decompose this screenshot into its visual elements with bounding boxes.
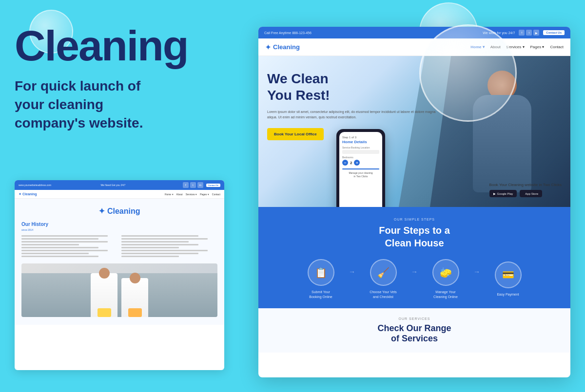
mp-phone-form-label: Service Booking Location <box>342 146 379 149</box>
mp-google-play-icon: ▶ <box>493 192 496 195</box>
small-text-col-1 <box>21 235 117 259</box>
small-text-line <box>121 253 198 254</box>
small-text-line <box>21 241 108 243</box>
small-nav-about[interactable]: About <box>176 193 183 196</box>
mp-step-2-label: Choose Your Vetsand Checklist <box>370 290 397 299</box>
small-logo-text: Cleaning <box>22 192 37 196</box>
small-text-line <box>121 241 189 243</box>
mp-phone-header: Step 1 of 3 <box>342 136 379 139</box>
small-text-line <box>21 256 98 257</box>
mp-step-2: 🧹 Choose Your Vetsand Checklist <box>356 259 410 299</box>
small-nav-services[interactable]: Services ▾ <box>186 193 197 196</box>
mp-hero: We CleanYou Rest! Lorem ipsum dolor sit … <box>258 56 570 207</box>
mp-steps-title: Four Steps to aClean House <box>268 224 561 249</box>
mp-steps-section: Our Simple Steps Four Steps to aClean Ho… <box>258 207 570 308</box>
mp-topbar: Call Free Anytime 888-123-456 We work fo… <box>258 27 570 38</box>
mp-step-3: 🧽 Manage YourCleaning Online <box>419 259 472 299</box>
mp-google-play-badge[interactable]: ▶ Google Play <box>489 190 517 197</box>
small-text-line <box>21 244 79 245</box>
mp-nav-logo: ✦ Cleaning <box>265 43 300 51</box>
small-text-line <box>121 244 198 245</box>
mp-step-4-icon: 💳 <box>495 261 522 288</box>
mp-step-arrow-3: → <box>473 268 480 276</box>
mp-phone-minus-btn[interactable]: − <box>342 160 348 166</box>
mp-fb-icon[interactable]: f <box>519 30 525 36</box>
small-text-line <box>121 256 179 257</box>
small-tw-icon: t <box>190 182 196 188</box>
small-preview-image <box>21 263 217 317</box>
small-topbar-btn[interactable]: Contact Us <box>206 184 220 187</box>
mp-yt-icon[interactable]: ▶ <box>533 30 539 36</box>
small-text-line <box>21 253 89 254</box>
mp-phone-form-input[interactable] <box>342 150 379 154</box>
mp-nav-links: Home ▾ About Services ▾ Pages ▾ Contact <box>470 45 564 49</box>
mp-hero-cta-btn[interactable]: Book Your Local Office <box>267 128 324 140</box>
small-nav-contact[interactable]: Contact <box>212 193 220 196</box>
small-text-col-2 <box>121 235 217 259</box>
mp-nav-services[interactable]: Services ▾ <box>507 45 525 49</box>
mp-bottom-section: Our Services Check Our Rangeof Services <box>258 308 570 353</box>
small-nav-logo: ✦ Cleaning <box>19 192 37 196</box>
small-nav-links: Home ▾ About Services ▾ Pages ▾ Contact <box>165 193 220 196</box>
small-text-line <box>121 250 208 251</box>
main-title: Cleaning <box>15 24 224 67</box>
small-text-line <box>21 235 108 237</box>
small-logo-full: ✦ Cleaning <box>21 206 217 216</box>
mp-step-4: 💳 Easy Payment <box>481 261 535 297</box>
mp-phone-stepper: − 2 + <box>342 160 379 166</box>
mp-nav-pages[interactable]: Pages ▾ <box>530 45 545 49</box>
mp-topbar-contact-btn[interactable]: Contact Us <box>543 30 565 35</box>
small-nav-pages[interactable]: Pages ▾ <box>200 193 209 196</box>
subtitle: For quick launch ofyour cleaningcompany'… <box>15 77 224 132</box>
mp-nav-home[interactable]: Home ▾ <box>470 45 484 49</box>
small-text-line <box>121 235 198 237</box>
mp-appstore-text: Book Your Cleaning website in Two Clicks <box>489 183 562 187</box>
mp-nav-contact[interactable]: Contact <box>550 45 564 49</box>
small-preview-people <box>21 273 217 317</box>
left-panel: Cleaning For quick launch ofyour cleanin… <box>15 24 224 147</box>
small-text-line <box>21 250 108 251</box>
small-preview: www.yourwebsiteaddress.com We Need Get y… <box>15 180 224 370</box>
small-text-cols <box>21 235 217 259</box>
small-preview-body: ✦ Cleaning Our History since 2014 <box>15 199 224 325</box>
mp-steps-row: 📋 Submit YourBooking Online → 🧹 Choose Y… <box>268 259 561 299</box>
mp-phone-desc: Manage your cleaningin Two Clicks <box>342 171 379 178</box>
small-topbar-left: www.yourwebsiteaddress.com <box>19 184 98 187</box>
mp-nav-about[interactable]: About <box>490 45 501 49</box>
small-logo-icon: ✦ <box>19 192 21 196</box>
small-nav-home[interactable]: Home ▾ <box>165 193 174 196</box>
mp-step-1: 📋 Submit YourBooking Online <box>294 259 348 299</box>
mp-topbar-left: Call Free Anytime 888-123-456 <box>264 31 479 35</box>
mp-topbar-phone: We work for you 24/7 <box>483 31 515 35</box>
mp-tw-icon[interactable]: t <box>526 30 532 36</box>
small-fb-icon: f <box>183 182 189 188</box>
mp-phone-plus-btn[interactable]: + <box>354 160 360 166</box>
mp-topbar-right: We work for you 24/7 f t ▶ Contact Us <box>483 30 565 36</box>
mp-bottom-label: Our Services <box>268 317 561 320</box>
mp-phone-bedrooms-label: Bedrooms <box>342 156 379 159</box>
mp-phone-screen: Step 1 of 3 Home Details Service Booking… <box>339 132 382 207</box>
mp-google-play-label: Google Play <box>497 192 513 195</box>
small-social-icons: f t in <box>183 182 203 188</box>
mp-steps-label: Our Simple Steps <box>268 218 561 221</box>
main-preview: Call Free Anytime 888-123-456 We work fo… <box>258 27 570 377</box>
mp-logo-icon: ✦ <box>265 43 271 51</box>
small-in-icon: in <box>197 182 203 188</box>
mp-appstore-badges: ▶ Google Play App Store <box>489 190 562 197</box>
mp-app-store-badge[interactable]: App Store <box>520 190 542 197</box>
mp-logo-text: Cleaning <box>273 43 300 51</box>
small-text-line <box>121 247 179 248</box>
small-section-title: Our History <box>21 222 217 227</box>
mp-bottom-title: Check Our Rangeof Services <box>268 323 561 344</box>
small-topbar: www.yourwebsiteaddress.com We Need Get y… <box>15 180 224 190</box>
mp-phone-mockup: Step 1 of 3 Home Details Service Booking… <box>336 129 385 207</box>
mp-step-1-icon: 📋 <box>308 259 334 286</box>
mp-phone-stepper-val: 2 <box>350 161 352 165</box>
mp-step-1-label: Submit YourBooking Online <box>309 290 332 299</box>
mp-hero-title: We CleanYou Rest! <box>267 71 439 103</box>
small-text-line <box>21 247 98 248</box>
mp-step-2-icon: 🧹 <box>370 259 397 286</box>
mp-step-3-icon: 🧽 <box>432 259 459 286</box>
small-text-line <box>121 238 208 240</box>
small-topbar-right: We Need Get you 24/7 <box>100 184 179 187</box>
